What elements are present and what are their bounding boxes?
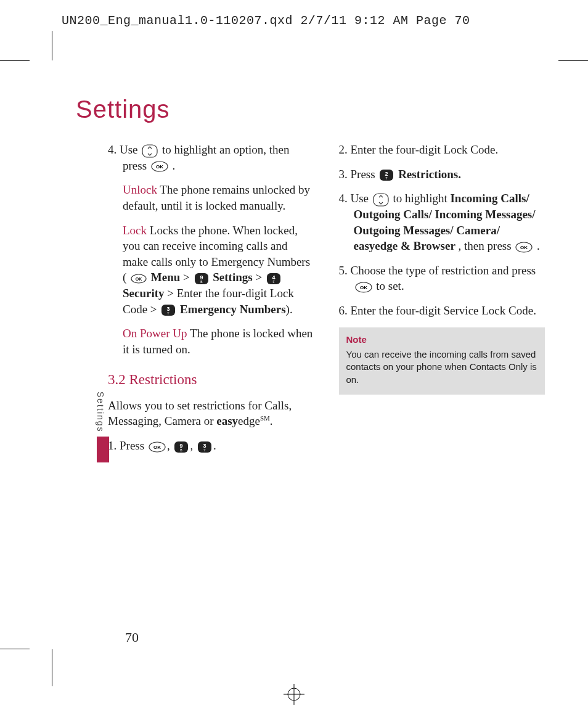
registration-mark-icon: [284, 684, 304, 705]
text: .: [173, 159, 176, 172]
menu-label: Menu: [151, 271, 181, 284]
restrictions-intro: Allows you to set restrictions for Calls…: [108, 398, 314, 429]
text: easy: [216, 414, 238, 427]
crop-mark: [52, 649, 52, 686]
page-title: Settings: [76, 96, 551, 123]
key-9-icon: 9B: [174, 441, 189, 453]
text: SM: [260, 414, 270, 422]
text: ,: [190, 439, 196, 452]
page-number: 70: [125, 630, 139, 646]
step-5: 5. Choose the type of restriction and pr…: [339, 263, 545, 294]
crop-mark: [52, 31, 52, 60]
print-header: UN200_Eng_manual1.0-110207.qxd 2/7/11 9:…: [62, 14, 470, 28]
step-2: 2. Enter the four-digit Lock Code.: [339, 142, 545, 158]
ok-key-icon: OK: [355, 282, 372, 293]
svg-text:OK: OK: [520, 245, 528, 250]
note-title: Note: [346, 334, 538, 346]
text: ,: [167, 439, 173, 452]
text: to highlight: [393, 192, 451, 205]
text: .: [537, 239, 540, 252]
side-tab: Settings: [96, 392, 110, 462]
text: 4. Use: [108, 143, 141, 156]
page-content: Settings Settings 4. Use to highlight an…: [59, 65, 551, 657]
text: 5. Choose the type of restriction and pr…: [339, 264, 536, 277]
emergency-label: Emergency Numbers: [180, 303, 286, 316]
svg-text:T: T: [386, 176, 388, 180]
side-tab-label: Settings: [96, 392, 105, 433]
step-6: 6. Enter the four-digit Service Lock Cod…: [339, 303, 545, 319]
crop-mark: [0, 60, 30, 61]
left-column: 4. Use to highlight an option, then pres…: [108, 142, 314, 462]
key-2-icon: 2T: [379, 169, 394, 181]
lock-option: Lock Locks the phone. When locked, you c…: [108, 223, 314, 318]
svg-text:F: F: [272, 280, 274, 284]
ok-key-icon: OK: [131, 274, 147, 284]
ok-key-icon: OK: [151, 161, 168, 172]
text: .: [270, 414, 273, 427]
security-label: Security: [123, 287, 165, 300]
nav-key-icon: [373, 193, 389, 207]
restrictions-label: Restrictions.: [398, 168, 461, 181]
text: >: [183, 271, 192, 284]
step-4-right: 4. Use to highlight Incoming Calls/ Outg…: [339, 191, 545, 254]
side-tab-bar: [97, 437, 109, 462]
text: 3. Press: [339, 168, 378, 181]
svg-text:OK: OK: [136, 277, 142, 281]
crop-mark: [0, 649, 30, 649]
step-1: 1. Press OK , 9B , 3Y .: [108, 438, 314, 454]
step-4: 4. Use to highlight an option, then pres…: [108, 142, 314, 173]
text: ).: [286, 303, 293, 316]
unlock-option: Unlock The phone remains unlocked by def…: [108, 182, 314, 213]
text: to set.: [376, 279, 404, 292]
ok-key-icon: OK: [515, 242, 533, 253]
right-column: 2. Enter the four-digit Lock Code. 3. Pr…: [339, 142, 545, 462]
key-9-icon: 9B: [194, 273, 209, 285]
settings-label: Settings: [213, 271, 252, 284]
svg-text:OK: OK: [360, 285, 367, 290]
text: 4. Use: [339, 192, 372, 205]
svg-text:OK: OK: [156, 164, 163, 170]
crop-mark: [558, 60, 588, 61]
text: .: [213, 439, 216, 452]
text: , then press: [459, 239, 515, 252]
term-on-power-up: On Power Up: [123, 327, 187, 340]
text: Allows you to set restrictions for Calls…: [108, 399, 292, 428]
restrictions-heading: 3.2 Restrictions: [108, 370, 314, 389]
note-box: Note You can receive the incoming calls …: [339, 327, 545, 395]
nav-key-icon: [142, 144, 158, 158]
svg-text:OK: OK: [153, 445, 161, 450]
ok-key-icon: OK: [149, 441, 166, 453]
key-4-icon: 4F: [266, 273, 281, 285]
text: edge: [238, 414, 260, 427]
text: 1. Press: [108, 439, 147, 452]
step-3: 3. Press 2T Restrictions.: [339, 166, 545, 183]
text: >: [255, 271, 264, 284]
key-3-icon: 3Y: [161, 304, 176, 316]
key-3-icon: 3Y: [197, 441, 212, 453]
term-lock: Lock: [123, 224, 147, 237]
note-body: You can receive the incoming calls from …: [346, 349, 537, 385]
on-power-up-option: On Power Up The phone is locked when it …: [108, 326, 314, 357]
term-unlock: Unlock: [123, 183, 157, 196]
